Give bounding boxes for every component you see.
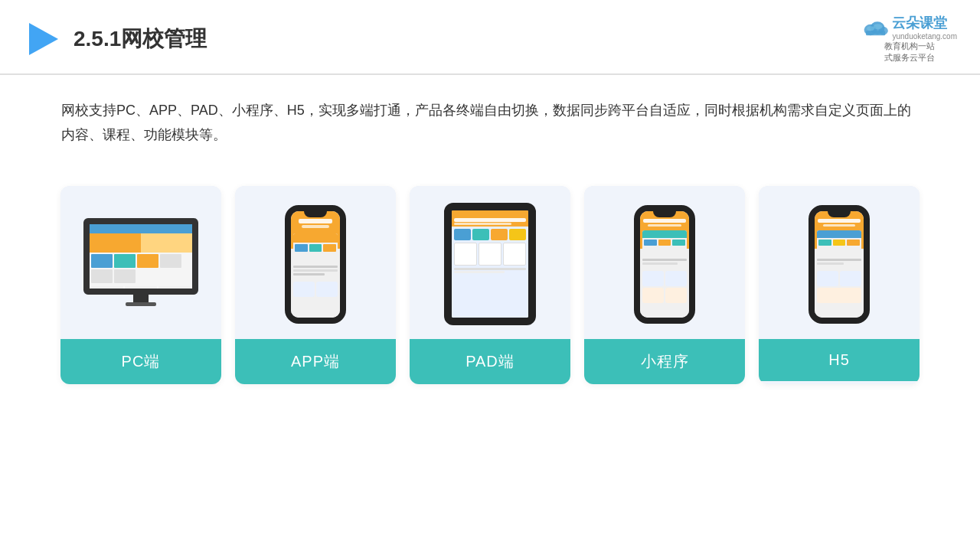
card-pad-image	[410, 186, 570, 339]
svg-point-5	[867, 26, 875, 31]
phone-screen-miniapp	[640, 211, 689, 318]
logo-area: 云朵课堂 yunduoketang.com 教育机构一站式服务云平台	[861, 14, 957, 64]
monitor-frame	[83, 218, 198, 295]
logo-cloud: 云朵课堂 yunduoketang.com	[861, 14, 957, 41]
tablet-screen	[452, 210, 528, 318]
phone-miniapp	[634, 205, 695, 324]
logo-tagline: 教育机构一站式服务云平台	[884, 41, 935, 64]
monitor-stand	[133, 295, 149, 302]
card-h5-label: H5	[759, 339, 920, 381]
svg-marker-0	[29, 23, 58, 55]
logo-text: 云朵课堂 yunduoketang.com	[892, 14, 957, 41]
phone-screen-h5	[815, 211, 864, 318]
phone-screen	[291, 211, 340, 318]
card-app-image	[235, 186, 396, 339]
header: 2.5.1网校管理 云朵课堂 yunduoketang.com 教育机构一站式服…	[0, 0, 980, 75]
card-app-label: APP端	[235, 339, 396, 384]
phone-notch-2	[653, 211, 676, 217]
phone-app	[285, 205, 346, 324]
pc-screen	[90, 224, 192, 289]
card-pad: PAD端	[410, 186, 570, 384]
phone-h5	[808, 205, 870, 324]
card-pad-label: PAD端	[410, 339, 570, 384]
cloud-icon	[861, 16, 889, 39]
header-left: 2.5.1网校管理	[23, 20, 207, 58]
card-pc: PC端	[60, 186, 221, 384]
logo-domain: yunduoketang.com	[892, 32, 957, 41]
card-app: APP端	[235, 186, 396, 384]
page-title: 2.5.1网校管理	[74, 24, 207, 54]
play-icon	[23, 20, 61, 58]
tablet-frame	[444, 203, 536, 325]
cards-container: PC端	[0, 163, 980, 407]
logo-name: 云朵课堂	[892, 14, 957, 32]
description-text: 网校支持PC、APP、PAD、小程序、H5，实现多端打通，产品各终端自由切换，数…	[0, 75, 980, 163]
svg-rect-4	[866, 31, 885, 35]
card-miniapp-image	[584, 186, 745, 339]
card-miniapp: 小程序	[584, 186, 745, 384]
card-pc-label: PC端	[60, 339, 221, 384]
card-miniapp-label: 小程序	[584, 339, 745, 384]
card-h5: H5	[759, 186, 920, 384]
card-h5-image	[759, 186, 920, 339]
monitor-base	[126, 302, 156, 306]
card-pc-image	[60, 186, 221, 339]
phone-notch-3	[828, 211, 851, 217]
phone-notch	[304, 211, 327, 217]
svg-point-6	[874, 24, 883, 29]
pc-monitor	[80, 218, 202, 310]
